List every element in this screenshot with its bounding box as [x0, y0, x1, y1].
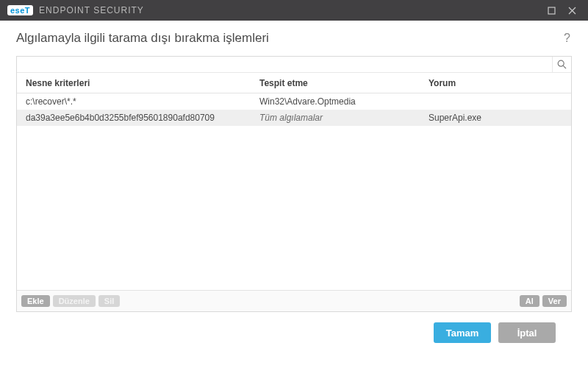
col-header-comment[interactable]: Yorum: [429, 78, 571, 88]
svg-rect-0: [548, 7, 555, 14]
brand-short: eseT: [7, 5, 33, 15]
delete-button: Sil: [98, 295, 120, 307]
cell-comment: SuperApi.exe: [429, 113, 571, 123]
add-button[interactable]: Ekle: [21, 295, 50, 307]
exclusions-panel: Nesne kriterleri Tespit etme Yorum c:\re…: [16, 56, 572, 312]
svg-point-1: [558, 60, 564, 66]
heading-row: Algılamayla ilgili tarama dışı bırakma i…: [16, 31, 572, 46]
brand-logo: eseT: [7, 5, 33, 15]
titlebar: eseT ENDPOINT SECURITY: [0, 0, 588, 21]
import-button[interactable]: Al: [520, 295, 539, 307]
table-row[interactable]: da39a3ee5e6b4b0d3255bfef95601890afd80709…: [17, 110, 571, 126]
cell-detection: Tüm algılamalar: [259, 113, 429, 123]
search-row: [17, 57, 571, 73]
table-header: Nesne kriterleri Tespit etme Yorum: [17, 73, 571, 93]
page-title: Algılamayla ilgili tarama dışı bırakma i…: [16, 31, 269, 46]
window-maximize-icon[interactable]: [541, 2, 562, 18]
cell-object: c:\recover\*.*: [17, 96, 259, 107]
table-row[interactable]: c:\recover\*.* Win32\Advare.Optmedia: [17, 93, 571, 110]
col-header-detection[interactable]: Tespit etme: [259, 78, 429, 88]
cancel-button[interactable]: İptal: [498, 322, 556, 343]
cell-object: da39a3ee5e6b4b0d3255bfef95601890afd80709: [17, 113, 259, 123]
ok-button[interactable]: Tamam: [434, 322, 491, 343]
search-input[interactable]: [17, 57, 552, 72]
col-header-object[interactable]: Nesne kriterleri: [17, 78, 259, 88]
table-body: c:\recover\*.* Win32\Advare.Optmedia da3…: [17, 93, 571, 290]
panel-footer: Ekle Düzenle Sil Al Ver: [17, 290, 571, 311]
search-icon[interactable]: [552, 57, 571, 72]
dialog-footer: Tamam İptal: [16, 312, 572, 343]
content: Algılamayla ilgili tarama dışı bırakma i…: [0, 21, 588, 368]
export-button[interactable]: Ver: [542, 295, 567, 307]
cell-detection: Win32\Advare.Optmedia: [259, 96, 429, 107]
window-close-icon[interactable]: [562, 2, 582, 18]
help-icon[interactable]: ?: [562, 32, 572, 45]
product-name: ENDPOINT SECURITY: [39, 5, 144, 15]
edit-button: Düzenle: [53, 295, 96, 307]
